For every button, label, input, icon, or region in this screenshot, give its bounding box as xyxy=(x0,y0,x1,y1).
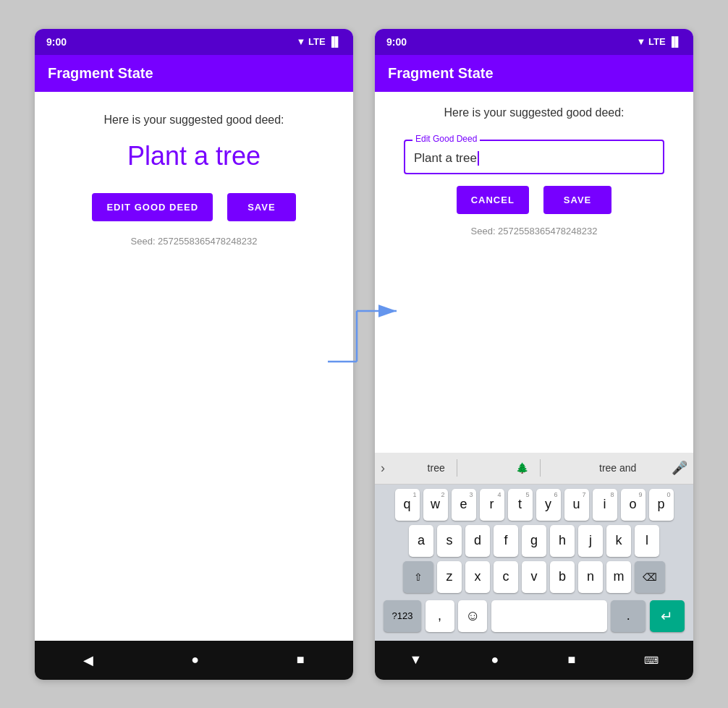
button-row-right: CANCEL SAVE xyxy=(457,186,612,214)
input-wrapper[interactable]: Edit Good Deed Plant a tree xyxy=(404,140,664,174)
delete-key[interactable]: ⌫ xyxy=(635,561,665,593)
key-y[interactable]: 6y xyxy=(536,489,561,521)
period-key[interactable]: . xyxy=(611,600,646,632)
key-l[interactable]: l xyxy=(635,525,659,557)
status-icons-right: ▼ LTE ▐▌ xyxy=(637,36,682,47)
save-button-right[interactable]: SAVE xyxy=(543,186,611,214)
battery-icon-left: ▐▌ xyxy=(329,36,342,47)
battery-icon-right: ▐▌ xyxy=(669,36,682,47)
num-toggle-key[interactable]: ?123 xyxy=(384,600,421,632)
status-time-left: 9:00 xyxy=(46,36,67,48)
status-bar-right: 9:00 ▼ LTE ▐▌ xyxy=(375,29,693,55)
back-icon-right[interactable]: ▼ xyxy=(410,652,423,668)
suggestions-bar: › tree 🌲 tree and 🎤 xyxy=(375,453,693,485)
key-g[interactable]: g xyxy=(522,525,546,557)
home-icon-right[interactable]: ● xyxy=(491,652,499,668)
key-row-3: ⇧ z x c v b n m ⌫ xyxy=(378,561,690,593)
suggestion-text-left: Here is your suggested good deed: xyxy=(103,114,284,127)
key-row-1: 1q 2w 3e 4r 5t 6y 7u 8i 9o 0p xyxy=(378,489,690,521)
app-bar-left: Fragment State xyxy=(35,55,353,92)
suggestion-text-right: Here is your suggested good deed: xyxy=(444,106,624,119)
chevron-icon[interactable]: › xyxy=(381,461,385,476)
key-c[interactable]: c xyxy=(494,561,518,593)
suggestion-emoji-tree[interactable]: 🌲 xyxy=(504,459,541,477)
key-d[interactable]: d xyxy=(465,525,490,557)
home-icon-left[interactable]: ● xyxy=(191,652,199,668)
left-phone: 9:00 ▼ LTE ▐▌ Fragment State Here is you… xyxy=(35,29,353,680)
enter-key[interactable]: ↵ xyxy=(650,600,685,632)
key-o[interactable]: 9o xyxy=(621,489,646,521)
key-n[interactable]: n xyxy=(578,561,603,593)
save-button-left[interactable]: SAVE xyxy=(227,193,295,221)
shift-key[interactable]: ⇧ xyxy=(403,561,433,593)
key-r[interactable]: 4r xyxy=(480,489,504,521)
mic-icon[interactable]: 🎤 xyxy=(672,460,687,476)
key-v[interactable]: v xyxy=(522,561,546,593)
seed-text-left: Seed: 2572558365478248232 xyxy=(131,236,258,247)
button-row-left: EDIT GOOD DEED SAVE xyxy=(92,193,295,221)
signal-icon-left: ▼ LTE xyxy=(297,36,326,47)
suggestions-list: tree 🌲 tree and xyxy=(392,459,672,477)
input-value: Plant a tree xyxy=(414,151,477,166)
space-key[interactable] xyxy=(491,600,607,632)
status-time-right: 9:00 xyxy=(386,36,407,48)
key-p[interactable]: 0p xyxy=(649,489,674,521)
edit-form: Edit Good Deed Plant a tree xyxy=(389,134,679,174)
good-deed-title: Plant a tree xyxy=(127,141,261,171)
key-m[interactable]: m xyxy=(606,561,631,593)
key-h[interactable]: h xyxy=(550,525,575,557)
seed-text-right: Seed: 2572558365478248232 xyxy=(471,226,598,236)
emoji-key[interactable]: ☺ xyxy=(458,600,487,632)
key-k[interactable]: k xyxy=(606,525,631,557)
nav-bar-right: ▼ ● ■ ⌨ xyxy=(375,641,693,680)
key-b[interactable]: b xyxy=(550,561,575,593)
right-phone: 9:00 ▼ LTE ▐▌ Fragment State Here is you… xyxy=(375,29,693,680)
suggestion-tree-and[interactable]: tree and xyxy=(588,459,648,477)
phone-content-left: Here is your suggested good deed: Plant … xyxy=(35,92,353,641)
status-bar-left: 9:00 ▼ LTE ▐▌ xyxy=(35,29,353,55)
key-z[interactable]: z xyxy=(437,561,462,593)
app-bar-right: Fragment State xyxy=(375,55,693,92)
signal-icon-right: ▼ LTE xyxy=(637,36,666,47)
arrow-annotation xyxy=(328,304,400,391)
text-cursor xyxy=(478,151,479,166)
comma-key[interactable]: , xyxy=(426,600,454,632)
status-icons-left: ▼ LTE ▐▌ xyxy=(297,36,342,47)
keyboard-area: › tree 🌲 tree and 🎤 1q 2w 3e 4r 5t 6y xyxy=(375,453,693,641)
key-w[interactable]: 2w xyxy=(423,489,448,521)
key-row-bottom: ?123 , ☺ . ↵ xyxy=(378,597,690,636)
key-q[interactable]: 1q xyxy=(395,489,420,521)
key-s[interactable]: s xyxy=(437,525,462,557)
input-label: Edit Good Deed xyxy=(412,134,480,144)
nav-bar-left: ◀ ● ■ xyxy=(35,641,353,680)
recents-icon-right[interactable]: ■ xyxy=(567,652,575,668)
key-i[interactable]: 8i xyxy=(593,489,617,521)
phone-content-right: Here is your suggested good deed: Edit G… xyxy=(375,92,693,453)
key-e[interactable]: 3e xyxy=(452,489,476,521)
key-a[interactable]: a xyxy=(409,525,433,557)
edit-good-deed-button[interactable]: EDIT GOOD DEED xyxy=(92,193,213,221)
app-title-right: Fragment State xyxy=(388,65,494,81)
recents-icon-left[interactable]: ■ xyxy=(297,652,305,668)
key-u[interactable]: 7u xyxy=(564,489,589,521)
input-text: Plant a tree xyxy=(414,151,654,166)
key-f[interactable]: f xyxy=(494,525,518,557)
key-j[interactable]: j xyxy=(578,525,603,557)
cancel-button[interactable]: CANCEL xyxy=(457,186,529,214)
key-x[interactable]: x xyxy=(465,561,490,593)
key-t[interactable]: 5t xyxy=(508,489,533,521)
key-row-2: a s d f g h j k l xyxy=(378,525,690,557)
suggestion-tree[interactable]: tree xyxy=(416,459,457,477)
keyboard-icon-right[interactable]: ⌨ xyxy=(644,654,659,666)
app-title-left: Fragment State xyxy=(48,65,153,81)
back-icon-left[interactable]: ◀ xyxy=(83,652,93,668)
keyboard-keys: 1q 2w 3e 4r 5t 6y 7u 8i 9o 0p a s d f xyxy=(375,485,693,641)
